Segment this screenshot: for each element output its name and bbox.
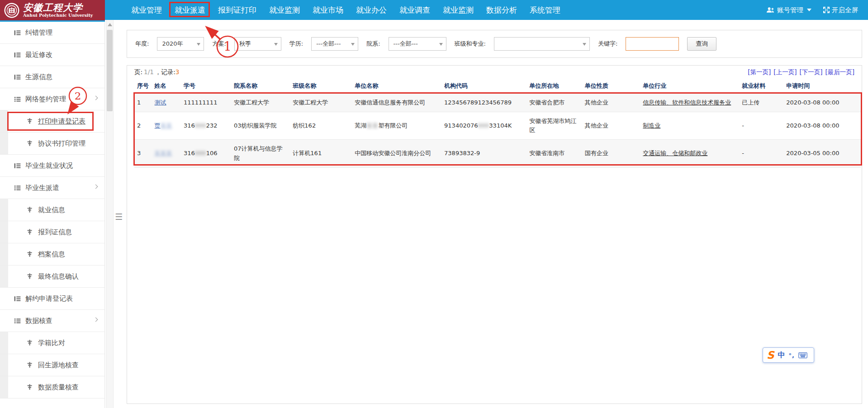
sidebar-item-15[interactable]: 回生源地核查 (0, 354, 104, 376)
pin-icon (26, 384, 34, 391)
university-name: 安徽工程大学 Anhui Polytechnic University (23, 3, 93, 18)
nav-item-1[interactable]: 就业派遣 (168, 0, 212, 20)
chevron-right-icon (94, 185, 98, 189)
topbar-right: 账号管理 开启全屏 (766, 0, 868, 20)
sidebar-scrollbar[interactable] (106, 20, 114, 408)
caret-down-icon (807, 9, 811, 11)
fullscreen-button[interactable]: 开启全屏 (823, 6, 858, 14)
sidebar-item-7[interactable]: 毕业生派遣 (0, 177, 104, 199)
keyboard-icon[interactable] (798, 352, 807, 358)
nav-item-4[interactable]: 就业市场 (306, 0, 350, 20)
pagination-link-1[interactable]: [上一页] (773, 68, 797, 76)
cell-name[interactable]: 贾某某 (152, 112, 181, 140)
sidebar-item-label: 打印申请登记表 (38, 117, 85, 126)
sidebar-item-14[interactable]: 学籍比对 (0, 332, 104, 354)
sidebar-item-13[interactable]: 数据核查 (0, 310, 104, 332)
cell-type: 国有企业 (582, 140, 640, 167)
dept-select[interactable]: ---全部--- (389, 37, 446, 51)
sidebar-item-12[interactable]: 解约申请登记表 (0, 288, 104, 310)
cell-name[interactable]: 测试 (152, 94, 181, 112)
redacted-text: 某某 (161, 122, 172, 129)
dept-select-value: ---全部--- (394, 40, 418, 48)
cell-industry[interactable]: 交通运输、仓储和邮政业 (640, 140, 739, 167)
sidebar-item-label: 生源信息 (25, 73, 52, 81)
cell-industry[interactable]: 信息传输、软件和信息技术服务业 (640, 94, 739, 112)
pin-icon (26, 228, 34, 236)
col-header-6: 机构代码 (441, 79, 526, 94)
sidebar-item-label: 最终信息确认 (38, 272, 79, 281)
degree-select[interactable]: ---全部--- (311, 37, 358, 51)
sidebar-item-8[interactable]: 就业信息 (0, 199, 104, 221)
cell-student-id: 316888232 (181, 112, 231, 140)
results-table: 序号姓名学号院系名称班级名称单位名称机构代码单位所在地单位性质单位行业就业材料申… (134, 79, 861, 168)
sidebar-item-10[interactable]: 档案信息 (0, 243, 104, 266)
class-select[interactable] (494, 37, 590, 51)
sidebar-item-3[interactable]: 网络签约管理 (0, 88, 104, 110)
cell-material: - (739, 140, 783, 167)
sidebar-item-1[interactable]: 最近修改 (0, 44, 104, 66)
sidebar-item-2[interactable]: 生源信息 (0, 66, 104, 88)
search-button[interactable]: 查询 (687, 37, 716, 51)
nav-item-5[interactable]: 就业办公 (350, 0, 393, 20)
nav-item-0[interactable]: 就业管理 (125, 0, 168, 20)
keyword-input[interactable] (626, 37, 679, 51)
col-header-0: 序号 (134, 79, 152, 94)
cell-name[interactable]: 某某某 (152, 140, 181, 167)
nav-item-7[interactable]: 就业监测 (436, 0, 480, 20)
year-select[interactable]: 2020年 (157, 37, 204, 51)
nav-item-2[interactable]: 报到证打印 (212, 0, 263, 20)
pagination-link-2[interactable]: [下一页] (799, 68, 822, 76)
sidebar-item-0[interactable]: 纠错管理 (0, 22, 104, 44)
nav-item-8[interactable]: 数据分析 (480, 0, 523, 20)
col-header-10: 就业材料 (739, 79, 783, 94)
nav-item-3[interactable]: 就业监测 (263, 0, 306, 20)
cell-company: 中国移动安徽公司淮南分公司 (352, 140, 441, 167)
scrollbar-up-arrow-icon[interactable] (108, 23, 112, 26)
redacted-text: 888 (478, 122, 489, 129)
sidebar-item-16[interactable]: 数据质量核查 (0, 376, 104, 399)
account-menu-button[interactable]: 账号管理 (766, 6, 811, 14)
scrollbar-thumb[interactable] (107, 30, 113, 111)
sidebar-item-label: 数据核查 (25, 317, 52, 325)
pin-icon (26, 251, 34, 258)
sidebar-item-label: 最近修改 (25, 51, 52, 59)
sidebar-item-label: 报到证信息 (38, 228, 72, 237)
nav-item-6[interactable]: 就业调查 (393, 0, 436, 20)
sidebar: 纠错管理最近修改生源信息网络签约管理打印申请登记表协议书打印管理毕业生就业状况毕… (0, 22, 105, 408)
university-brand[interactable]: 安徽工程大学 Anhui Polytechnic University (0, 0, 105, 22)
sidebar-item-6[interactable]: 毕业生就业状况 (0, 155, 104, 177)
cell-industry[interactable]: 制造业 (640, 112, 739, 140)
pin-icon (26, 118, 34, 125)
sogou-logo-icon[interactable]: S (767, 348, 774, 362)
sidebar-item-label: 就业信息 (38, 206, 65, 214)
sidebar-item-label: 回生源地核查 (38, 361, 79, 370)
col-header-3: 院系名称 (231, 79, 290, 94)
select-caret-icon (439, 43, 443, 46)
cell-time: 2020-03-05 00:00 (783, 140, 861, 167)
main-nav: 就业管理就业派遣报到证打印就业监测就业市场就业办公就业调查就业监测数据分析系统管… (125, 0, 567, 20)
sidebar-item-5[interactable]: 协议书打印管理 (0, 133, 104, 155)
pagination-link-3[interactable]: [最后一页] (825, 68, 854, 76)
cell-location: 安徽省芜湖市鸠江区 (526, 112, 582, 140)
col-header-9: 单位行业 (640, 79, 739, 94)
sidebar-item-11[interactable]: 最终信息确认 (0, 266, 104, 288)
cell-class: 纺织162 (290, 112, 352, 140)
sidebar-collapse-handle[interactable]: ☰ (115, 211, 122, 223)
redacted-text: 某某某 (155, 150, 172, 157)
sidebar-item-4[interactable]: 打印申请登记表 (0, 110, 104, 133)
sidebar-item-9[interactable]: 报到证信息 (0, 221, 104, 243)
ime-language-toggle[interactable]: 中 (778, 351, 785, 360)
nav-item-9[interactable]: 系统管理 (523, 0, 567, 20)
sidebar-item-label: 数据质量核查 (38, 383, 79, 392)
list-icon (14, 73, 21, 81)
ime-punctuation-toggle[interactable]: °, (789, 352, 795, 359)
pagination-link-0[interactable]: [第一页] (748, 68, 771, 76)
plan-select[interactable]: 秋季 (234, 37, 281, 51)
sidebar-item-label: 档案信息 (38, 250, 65, 259)
table-row-3: 3某某某31688810607计算机与信息学院计算机161中国移动安徽公司淮南分… (134, 140, 861, 167)
app-root: 安徽工程大学 Anhui Polytechnic University 就业管理… (0, 0, 868, 408)
record-label: ，记录: (155, 68, 175, 76)
page-value: 1/1 (144, 68, 154, 76)
cell-type: 其他企业 (582, 94, 640, 112)
top-header: 安徽工程大学 Anhui Polytechnic University 就业管理… (0, 0, 868, 20)
